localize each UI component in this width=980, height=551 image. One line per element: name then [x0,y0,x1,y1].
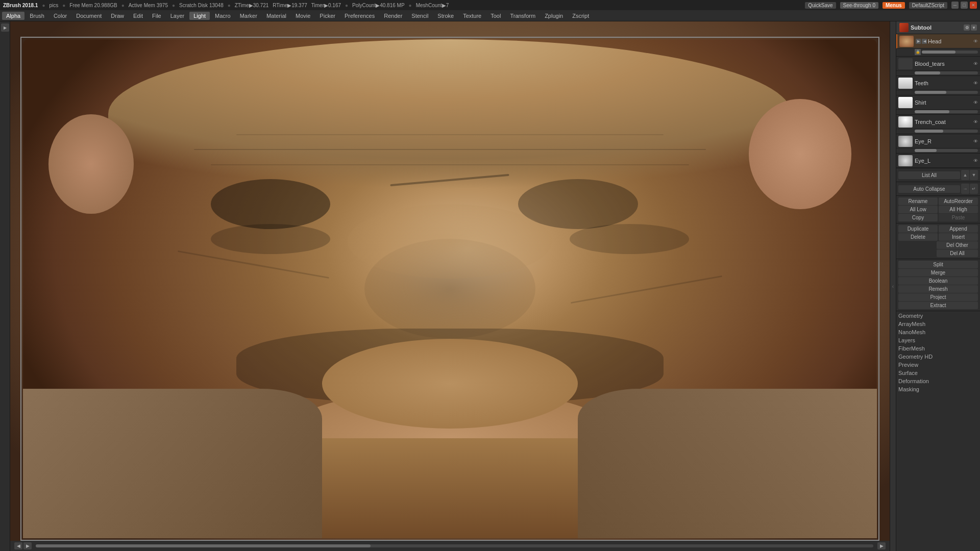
shirt-slider[interactable] [915,110,978,113]
eyer-eye-toggle[interactable]: 👁 [973,139,978,144]
del-all-button[interactable]: Del All [937,249,978,257]
insert-button[interactable]: Insert [939,233,978,241]
paste-button[interactable]: Paste [939,214,978,221]
rename-button[interactable]: Rename [898,197,938,205]
menu-stroke[interactable]: Stroke [433,12,458,20]
collapse-handle[interactable]: ‹ [890,21,896,551]
minimize-button[interactable]: ─ [951,2,959,9]
menu-texture[interactable]: Texture [459,12,485,20]
head-eye-toggle[interactable]: 👁 [973,39,978,44]
subtool-item-teeth[interactable]: Teeth 👁 [896,76,980,90]
menu-movie[interactable]: Movie [291,12,314,20]
head-resolution-slider[interactable] [922,51,978,54]
quicksave-button[interactable]: QuickSave [805,2,836,9]
left-tool-1[interactable]: ▶ [1,23,9,32]
copy-button[interactable]: Copy [898,214,938,221]
auto-collapse-up[interactable]: → [961,184,969,194]
bloodtears-eye-toggle[interactable]: 👁 [973,61,978,66]
eyer-slider[interactable] [915,149,978,152]
menu-tool[interactable]: Tool [486,12,505,20]
see-through-button[interactable]: See-through 0 [840,2,878,9]
auto-collapse-button[interactable]: Auto Collapse [898,185,960,193]
menu-marker[interactable]: Marker [236,12,261,20]
menu-light[interactable]: Light [189,12,210,20]
shirt-eye-toggle[interactable]: 👁 [973,100,978,105]
right-nav-button[interactable]: ▶ [877,542,886,549]
menu-material[interactable]: Material [262,12,290,20]
menu-picker[interactable]: Picker [315,12,339,20]
menu-alpha[interactable]: Alpha [2,12,24,20]
remesh-button[interactable]: Remesh [898,285,978,293]
bloodtears-slider[interactable] [915,71,978,74]
menu-document[interactable]: Document [72,12,106,20]
extract-button[interactable]: Extract [898,302,978,309]
subtool-expand[interactable]: ▼ [971,24,977,31]
geometry-hd-label[interactable]: Geometry HD [896,352,980,360]
all-low-button[interactable]: All Low [898,206,938,213]
title-separator3: ● [121,3,125,8]
eyel-eye-toggle[interactable]: 👁 [973,158,978,163]
progress-bar[interactable] [36,544,873,547]
coat-eye-toggle[interactable]: 👁 [973,119,978,124]
bottom-bar: ◀ ▶ ▶ [10,541,890,551]
menu-file[interactable]: File [148,12,165,20]
prev-button[interactable]: ◀ [14,542,22,549]
menu-zscript[interactable]: Zscript [568,12,593,20]
masking-label[interactable]: Masking [896,385,980,393]
nanomesh-label[interactable]: NanoMesh [896,328,980,336]
menu-layer[interactable]: Layer [166,12,189,20]
canvas-area[interactable]: ◀ ▶ ▶ [10,21,890,551]
append-button[interactable]: Append [939,225,978,233]
menu-render[interactable]: Render [380,12,406,20]
merge-button[interactable]: Merge [898,269,978,277]
bloodtears-slider-row [896,71,980,76]
teeth-slider[interactable] [915,91,978,94]
geometry-label[interactable]: Geometry [896,311,980,319]
duplicate-button[interactable]: Duplicate [898,225,938,233]
menu-transform[interactable]: Transform [506,12,540,20]
surface-label[interactable]: Surface [896,368,980,377]
remesh-row: Remesh [898,285,978,293]
teeth-eye-toggle[interactable]: 👁 [973,81,978,86]
shirt-name: Shirt [915,99,971,106]
auto-collapse-down[interactable]: ↵ [970,184,978,194]
menu-edit[interactable]: Edit [129,12,147,20]
subtool-item-trenchcoat[interactable]: Trench_coat 👁 [896,115,980,129]
subtool-item-bloodtears[interactable]: Blood_tears 👁 [896,57,980,71]
head-lock-icon[interactable]: 🔒 [915,49,921,55]
menu-stencil[interactable]: Stencil [407,12,432,20]
fibermesh-label[interactable]: FiberMesh [896,344,980,352]
auto-reorder-button[interactable]: AutoReorder [939,197,978,205]
preview-label[interactable]: Preview [896,360,980,368]
menu-zplugin[interactable]: Zplugin [541,12,567,20]
boolean-button[interactable]: Boolean [898,277,978,285]
next-button[interactable]: ▶ [23,542,32,549]
duplicate-section: Duplicate Append Delete Insert Del Other… [896,223,980,259]
project-button[interactable]: Project [898,293,978,301]
arraymesh-label[interactable]: ArrayMesh [896,319,980,328]
all-high-button[interactable]: All High [939,206,978,213]
del-other-button[interactable]: Del Other [937,241,978,249]
subtool-settings[interactable]: ⚙ [964,24,970,31]
list-down-arrow[interactable]: ▼ [970,170,978,180]
menu-preferences[interactable]: Preferences [340,12,379,20]
menu-draw[interactable]: Draw [107,12,128,20]
list-up-arrow[interactable]: ▲ [961,170,969,180]
coat-slider[interactable] [915,130,978,133]
menu-color[interactable]: Color [50,12,71,20]
menus-button[interactable]: Menus [883,2,905,9]
close-button[interactable]: ✕ [970,2,977,9]
subtool-item-eyer[interactable]: Eye_R 👁 [896,134,980,148]
default-zscript-button[interactable]: DefaultZScript [909,2,947,9]
duplicate-row: Duplicate Append [898,225,978,233]
subtool-item-head[interactable]: ▶ ◀ Head 👁 [896,34,980,48]
subtool-item-shirt[interactable]: Shirt 👁 [896,95,980,110]
layers-label[interactable]: Layers [896,336,980,344]
list-all-button[interactable]: List All [898,171,960,179]
split-button[interactable]: Split [898,261,978,268]
menu-brush[interactable]: Brush [26,12,48,20]
subtool-item-eyel[interactable]: Eye_L 👁 [896,154,980,168]
menu-macro[interactable]: Macro [211,12,235,20]
deformation-label[interactable]: Deformation [896,377,980,385]
maximize-button[interactable]: □ [961,2,968,9]
